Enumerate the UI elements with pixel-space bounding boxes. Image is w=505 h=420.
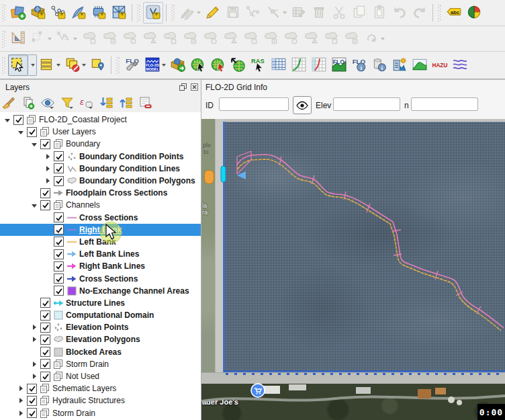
visibility-checkbox[interactable] (54, 261, 64, 271)
merge-attributes-button[interactable] (321, 28, 341, 50)
layer-row-no-exchange-channel-areas[interactable]: No-Exchange Channel Areas (0, 285, 201, 297)
float-panel-icon[interactable] (178, 82, 187, 91)
select-by-id-button[interactable] (88, 54, 108, 76)
close-panel-icon[interactable] (189, 82, 199, 91)
delete-part-button[interactable] (200, 28, 220, 50)
tree-expanded-arrow[interactable] (31, 139, 39, 149)
group-row-hydraulic-structures[interactable]: Hydraulic Structures (0, 394, 201, 407)
gds-grid-editor-button[interactable] (188, 54, 208, 76)
filter-by-expression-button[interactable]: ε (79, 95, 94, 112)
grid-info-table-button[interactable] (269, 54, 289, 76)
visibility-checkbox[interactable] (40, 200, 50, 210)
flo2d-model-dropdown-icon[interactable] (162, 64, 166, 67)
tree-expanded-arrow[interactable] (17, 127, 26, 136)
visibility-checkbox[interactable] (54, 224, 64, 235)
gds-grid-editor-alt-button[interactable] (208, 54, 228, 76)
new-grid-layer-button[interactable]: * (109, 2, 129, 24)
select-features-button[interactable] (8, 54, 28, 76)
layer-row-boundary-condition-points[interactable]: Boundary Condition Points (0, 151, 201, 163)
redo-button[interactable] (410, 2, 430, 24)
trim-extend-button[interactable] (361, 28, 387, 50)
set-square-ruler-button[interactable] (8, 28, 28, 50)
culvert-equations-info-button[interactable]: i (369, 54, 389, 76)
group-row-flo-2d-coastal-project[interactable]: FLO-2D_Coastal Project (0, 114, 201, 126)
add-layer-group-button[interactable] (8, 2, 28, 24)
layer-diagram-button[interactable] (464, 2, 484, 24)
visibility-checkbox[interactable] (40, 188, 50, 198)
undo-button[interactable] (389, 2, 410, 24)
vertex-tool-button[interactable] (263, 2, 289, 24)
deselect-all-button[interactable] (62, 54, 88, 76)
open-layer-styling-button[interactable] (1, 95, 16, 112)
tree-collapsed-arrow[interactable] (44, 176, 52, 185)
current-edits-button[interactable] (177, 2, 203, 24)
add-part-button[interactable] (140, 28, 160, 50)
group-row-user-layers[interactable]: User Layers (0, 126, 201, 138)
visibility-checkbox[interactable] (54, 151, 64, 161)
fill-ring-button[interactable] (160, 28, 180, 50)
reshape-features-button[interactable] (220, 28, 240, 50)
modify-attributes-button[interactable] (289, 2, 309, 24)
add-group-button[interactable] (21, 95, 36, 112)
layer-row-left-bank-lines[interactable]: Left Bank Lines (0, 248, 201, 260)
delete-ring-button[interactable]: * (180, 28, 200, 50)
toolbar-handle[interactable] (2, 4, 6, 22)
paste-features-button[interactable] (369, 2, 389, 24)
layer-row-left-bank[interactable]: Left Bank (0, 236, 201, 248)
select-features-dropdown-button[interactable] (28, 54, 37, 76)
flo2d-info-button[interactable]: FLOi (349, 54, 369, 76)
new-shapefile-layer-button[interactable]: * (48, 2, 68, 24)
split-parts-button[interactable] (281, 28, 301, 50)
group-row-schematic-layers[interactable]: Schematic Layers (0, 382, 201, 394)
rating-curve-green-button[interactable] (289, 54, 309, 76)
move-annotation-dropdown-icon[interactable] (48, 38, 52, 40)
export-gds-globe-button[interactable] (228, 54, 248, 76)
profile-tool-button[interactable] (410, 54, 430, 76)
remove-layer-button[interactable] (138, 95, 152, 112)
visibility-checkbox[interactable] (27, 127, 37, 137)
group-row-boundary[interactable]: Boundary (0, 138, 201, 150)
toggle-editing-button[interactable] (203, 2, 223, 24)
merge-features-button[interactable] (301, 28, 321, 50)
delete-selected-button[interactable] (309, 2, 329, 24)
n-field[interactable] (411, 97, 478, 111)
flo2d-model-button[interactable]: FLO-2DMODEL (142, 54, 168, 76)
id-field[interactable] (219, 97, 289, 111)
building-elevations-button[interactable] (389, 54, 410, 76)
cut-features-button[interactable] (329, 2, 349, 24)
visibility-checkbox[interactable] (54, 274, 64, 284)
node-tool-button[interactable] (54, 28, 79, 50)
filter-legend-button[interactable] (60, 95, 75, 112)
visibility-checkbox[interactable] (40, 323, 50, 333)
new-virtual-layer-button[interactable]: * (143, 2, 163, 24)
offset-curve-button[interactable] (240, 28, 261, 50)
rating-curve-red-button[interactable] (309, 54, 329, 76)
layer-row-computational-domain[interactable]: Computational Domain (0, 309, 201, 321)
toolbar-handle[interactable] (2, 30, 6, 48)
visibility-checkbox[interactable] (54, 163, 64, 173)
select-by-form-dropdown-icon[interactable] (56, 64, 60, 67)
expand-all-button[interactable] (99, 95, 113, 112)
digitize-feature-button[interactable]: * (243, 2, 263, 24)
layer-row-elevation-polygons[interactable]: Elevation Polygons (0, 333, 201, 345)
visibility-checkbox[interactable] (27, 396, 37, 406)
collapse-all-button[interactable] (118, 95, 133, 112)
tree-collapsed-arrow[interactable] (31, 323, 39, 332)
layer-row-cross-sections[interactable]: Cross Sections (0, 272, 201, 284)
visibility-checkbox[interactable] (40, 298, 50, 308)
visibility-checkbox[interactable] (54, 212, 64, 222)
tree-expanded-arrow[interactable] (4, 115, 12, 124)
visibility-checkbox[interactable] (40, 139, 50, 149)
layer-row-right-bank[interactable]: Right Bank (0, 224, 201, 236)
layer-row-elevation-points[interactable]: Elevation Points (0, 321, 201, 333)
visibility-checkbox[interactable] (27, 408, 37, 418)
hazus-button[interactable]: HAZUS (430, 54, 450, 76)
visibility-checkbox[interactable] (40, 335, 50, 345)
tree-collapsed-arrow[interactable] (31, 335, 39, 344)
toolbar-handle[interactable] (438, 4, 442, 22)
tree-collapsed-arrow[interactable] (44, 164, 52, 173)
toolbar-handle[interactable] (171, 4, 175, 22)
flo2d-terrain-button[interactable]: FLO (329, 54, 349, 76)
visibility-checkbox[interactable] (40, 347, 50, 357)
visibility-checkbox[interactable] (40, 372, 50, 382)
